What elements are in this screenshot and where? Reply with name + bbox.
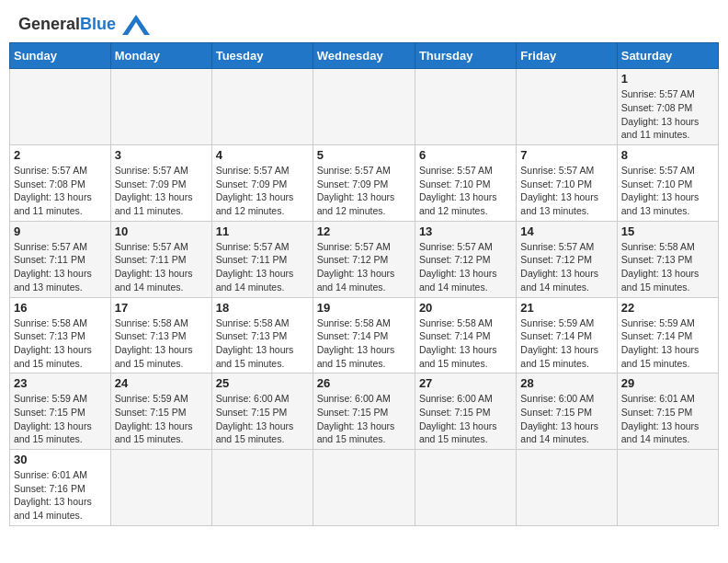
calendar-cell: 18Sunrise: 5:58 AM Sunset: 7:13 PM Dayli… — [211, 297, 313, 373]
day-info: Sunrise: 5:57 AM Sunset: 7:12 PM Dayligh… — [419, 240, 512, 294]
day-info: Sunrise: 5:57 AM Sunset: 7:10 PM Dayligh… — [621, 164, 714, 218]
day-info: Sunrise: 5:59 AM Sunset: 7:15 PM Dayligh… — [115, 392, 208, 446]
day-number: 19 — [317, 301, 411, 315]
day-number: 28 — [520, 376, 612, 390]
calendar-week-row: 16Sunrise: 5:58 AM Sunset: 7:13 PM Dayli… — [10, 297, 719, 373]
calendar-cell — [10, 69, 111, 145]
day-number: 7 — [520, 148, 612, 162]
day-info: Sunrise: 5:57 AM Sunset: 7:08 PM Dayligh… — [14, 164, 107, 218]
day-number: 8 — [621, 148, 714, 162]
calendar-cell: 11Sunrise: 5:57 AM Sunset: 7:11 PM Dayli… — [211, 221, 313, 297]
day-number: 14 — [520, 224, 612, 238]
day-number: 11 — [216, 224, 309, 238]
day-number: 27 — [419, 376, 512, 390]
calendar-cell: 15Sunrise: 5:58 AM Sunset: 7:13 PM Dayli… — [617, 221, 718, 297]
calendar-cell — [415, 450, 516, 526]
calendar-cell — [415, 69, 516, 145]
day-info: Sunrise: 6:01 AM Sunset: 7:15 PM Dayligh… — [621, 392, 714, 446]
calendar-cell: 3Sunrise: 5:57 AM Sunset: 7:09 PM Daylig… — [110, 145, 211, 222]
calendar-cell: 25Sunrise: 6:00 AM Sunset: 7:15 PM Dayli… — [211, 373, 313, 450]
calendar-week-row: 9Sunrise: 5:57 AM Sunset: 7:11 PM Daylig… — [10, 221, 719, 297]
day-info: Sunrise: 5:59 AM Sunset: 7:14 PM Dayligh… — [520, 316, 612, 371]
calendar-cell: 9Sunrise: 5:57 AM Sunset: 7:11 PM Daylig… — [10, 221, 111, 297]
day-info: Sunrise: 5:58 AM Sunset: 7:14 PM Dayligh… — [419, 316, 512, 371]
day-number: 15 — [621, 224, 714, 238]
calendar-cell: 22Sunrise: 5:59 AM Sunset: 7:14 PM Dayli… — [617, 297, 718, 373]
logo-general: General — [18, 15, 80, 33]
calendar-cell: 23Sunrise: 5:59 AM Sunset: 7:15 PM Dayli… — [10, 373, 111, 450]
calendar-cell: 21Sunrise: 5:59 AM Sunset: 7:14 PM Dayli… — [517, 297, 617, 373]
weekday-header-row: SundayMondayTuesdayWednesdayThursdayFrid… — [10, 43, 719, 69]
day-number: 29 — [621, 376, 714, 390]
calendar-cell — [517, 450, 617, 526]
day-number: 6 — [419, 148, 512, 162]
weekday-header-sunday: Sunday — [10, 43, 111, 69]
page-header: GeneralBlue — [0, 0, 728, 42]
day-info: Sunrise: 5:57 AM Sunset: 7:10 PM Dayligh… — [520, 164, 612, 218]
day-info: Sunrise: 5:58 AM Sunset: 7:13 PM Dayligh… — [115, 316, 208, 371]
day-number: 1 — [621, 72, 714, 86]
weekday-header-wednesday: Wednesday — [313, 43, 415, 69]
calendar-cell: 12Sunrise: 5:57 AM Sunset: 7:12 PM Dayli… — [313, 221, 415, 297]
day-info: Sunrise: 5:57 AM Sunset: 7:08 PM Dayligh… — [621, 87, 714, 142]
day-number: 10 — [115, 224, 208, 238]
logo-blue: Blue — [80, 15, 116, 33]
calendar-cell: 8Sunrise: 5:57 AM Sunset: 7:10 PM Daylig… — [617, 145, 718, 222]
calendar-cell: 4Sunrise: 5:57 AM Sunset: 7:09 PM Daylig… — [211, 145, 313, 222]
day-number: 3 — [115, 148, 208, 162]
calendar-week-row: 2Sunrise: 5:57 AM Sunset: 7:08 PM Daylig… — [10, 145, 719, 222]
calendar-cell: 5Sunrise: 5:57 AM Sunset: 7:09 PM Daylig… — [313, 145, 415, 222]
calendar-cell: 19Sunrise: 5:58 AM Sunset: 7:14 PM Dayli… — [313, 297, 415, 373]
calendar-cell — [617, 450, 718, 526]
weekday-header-friday: Friday — [517, 43, 617, 69]
calendar-cell: 30Sunrise: 6:01 AM Sunset: 7:16 PM Dayli… — [10, 450, 111, 526]
day-number: 20 — [419, 301, 512, 315]
day-number: 2 — [14, 148, 107, 162]
calendar-cell: 17Sunrise: 5:58 AM Sunset: 7:13 PM Dayli… — [110, 297, 211, 373]
day-info: Sunrise: 5:57 AM Sunset: 7:11 PM Dayligh… — [14, 240, 107, 294]
day-info: Sunrise: 5:57 AM Sunset: 7:09 PM Dayligh… — [216, 164, 309, 218]
day-number: 12 — [317, 224, 411, 238]
calendar-week-row: 23Sunrise: 5:59 AM Sunset: 7:15 PM Dayli… — [10, 373, 719, 450]
day-info: Sunrise: 5:57 AM Sunset: 7:10 PM Dayligh… — [419, 164, 512, 218]
calendar-cell: 7Sunrise: 5:57 AM Sunset: 7:10 PM Daylig… — [517, 145, 617, 222]
day-info: Sunrise: 5:58 AM Sunset: 7:14 PM Dayligh… — [317, 316, 411, 371]
calendar-cell: 2Sunrise: 5:57 AM Sunset: 7:08 PM Daylig… — [10, 145, 111, 222]
calendar-cell: 27Sunrise: 6:00 AM Sunset: 7:15 PM Dayli… — [415, 373, 516, 450]
day-info: Sunrise: 6:00 AM Sunset: 7:15 PM Dayligh… — [419, 392, 512, 446]
day-info: Sunrise: 5:57 AM Sunset: 7:12 PM Dayligh… — [317, 240, 411, 294]
day-info: Sunrise: 5:59 AM Sunset: 7:14 PM Dayligh… — [621, 316, 714, 371]
calendar-cell: 6Sunrise: 5:57 AM Sunset: 7:10 PM Daylig… — [415, 145, 516, 222]
logo-icon — [122, 15, 150, 35]
calendar-cell: 26Sunrise: 6:00 AM Sunset: 7:15 PM Dayli… — [313, 373, 415, 450]
day-number: 16 — [14, 301, 107, 315]
day-info: Sunrise: 5:57 AM Sunset: 7:09 PM Dayligh… — [317, 164, 411, 218]
day-number: 30 — [14, 453, 107, 466]
logo: GeneralBlue — [18, 15, 150, 35]
calendar-cell: 28Sunrise: 6:00 AM Sunset: 7:15 PM Dayli… — [517, 373, 617, 450]
day-info: Sunrise: 6:00 AM Sunset: 7:15 PM Dayligh… — [216, 392, 309, 446]
day-info: Sunrise: 5:57 AM Sunset: 7:11 PM Dayligh… — [216, 240, 309, 294]
day-number: 25 — [216, 376, 309, 390]
calendar-cell — [110, 450, 211, 526]
calendar-cell — [313, 69, 415, 145]
weekday-header-thursday: Thursday — [415, 43, 516, 69]
day-info: Sunrise: 6:00 AM Sunset: 7:15 PM Dayligh… — [520, 392, 612, 446]
weekday-header-saturday: Saturday — [617, 43, 718, 69]
calendar-cell — [211, 450, 313, 526]
day-info: Sunrise: 6:01 AM Sunset: 7:16 PM Dayligh… — [14, 468, 107, 523]
day-number: 23 — [14, 376, 107, 390]
day-number: 21 — [520, 301, 612, 315]
calendar-cell: 20Sunrise: 5:58 AM Sunset: 7:14 PM Dayli… — [415, 297, 516, 373]
calendar-cell — [313, 450, 415, 526]
calendar-week-row: 30Sunrise: 6:01 AM Sunset: 7:16 PM Dayli… — [10, 450, 719, 526]
day-number: 5 — [317, 148, 411, 162]
day-number: 22 — [621, 301, 714, 315]
day-info: Sunrise: 5:58 AM Sunset: 7:13 PM Dayligh… — [14, 316, 107, 371]
weekday-header-tuesday: Tuesday — [211, 43, 313, 69]
day-number: 4 — [216, 148, 309, 162]
weekday-header-monday: Monday — [110, 43, 211, 69]
logo-text: GeneralBlue — [18, 15, 150, 35]
day-number: 24 — [115, 376, 208, 390]
calendar-week-row: 1Sunrise: 5:57 AM Sunset: 7:08 PM Daylig… — [10, 69, 719, 145]
